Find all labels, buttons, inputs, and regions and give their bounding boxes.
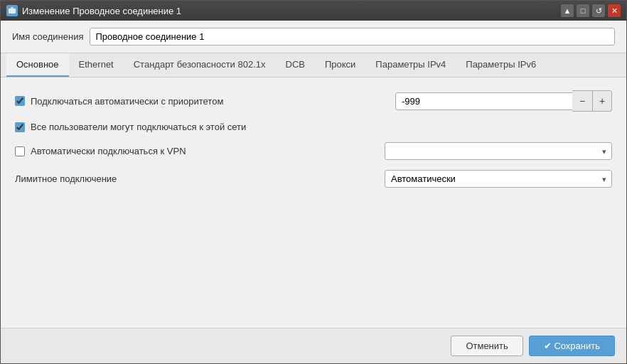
save-button[interactable]: ✔ Сохранить [529,336,615,356]
vpn-label: Автоматически подключаться к VPN [31,146,186,156]
footer: Отменить ✔ Сохранить [1,328,626,363]
metered-label: Лимитное подключение [15,173,117,184]
metered-row: Лимитное подключение Автоматически Да Не… [15,170,612,188]
tab-ipv6[interactable]: Параметры IPv6 [456,53,546,77]
priority-decrease-button[interactable]: − [572,90,592,112]
vpn-dropdown[interactable] [385,142,612,160]
allusers-label: Все пользователи могут подключаться к эт… [31,122,246,132]
metered-dropdown-wrapper: Автоматически Да Нет ▾ [385,170,612,188]
connection-name-label: Имя соединения [12,31,84,42]
autoconnect-right: − + [395,90,612,112]
priority-increase-button[interactable]: + [592,90,612,112]
vpn-row: Автоматически подключаться к VPN ▾ [15,142,612,160]
vpn-checkbox[interactable] [15,146,25,156]
tabs-bar: Основное Ethernet Стандарт безопасности … [1,53,626,77]
cancel-button[interactable]: Отменить [451,336,522,356]
tab-proxy[interactable]: Прокси [315,53,365,77]
tab-ethernet[interactable]: Ethernet [69,53,124,77]
tab-content-basic: Подключаться автоматически с приоритетом… [1,77,626,328]
window-minimize-button[interactable]: ▲ [561,4,574,17]
titlebar-left: Изменение Проводное соединение 1 [6,5,181,16]
tab-ipv4[interactable]: Параметры IPv4 [365,53,456,77]
autoconnect-label: Подключаться автоматически с приоритетом [31,96,223,107]
window-close-button[interactable]: ✕ [608,4,621,17]
allusers-checkbox[interactable] [15,122,25,132]
vpn-right: ▾ [385,142,612,160]
window-restore-button[interactable]: ↺ [592,4,605,17]
priority-input[interactable] [395,92,573,110]
window-maximize-button[interactable]: □ [577,4,589,17]
allusers-left: Все пользователи могут подключаться к эт… [15,122,246,132]
autoconnect-row: Подключаться автоматически с приоритетом… [15,90,612,112]
connection-name-row: Имя соединения [1,21,626,53]
svg-rect-0 [9,9,16,14]
window-controls: ▲ □ ↺ ✕ [561,4,621,17]
autoconnect-checkbox[interactable] [15,96,25,106]
svg-rect-1 [11,7,14,9]
main-window: Изменение Проводное соединение 1 ▲ □ ↺ ✕… [0,0,627,364]
tab-basic[interactable]: Основное [6,53,69,77]
app-icon [6,5,18,16]
connection-name-input[interactable] [90,28,616,46]
autoconnect-left: Подключаться автоматически с приоритетом [15,96,223,107]
window-title: Изменение Проводное соединение 1 [22,6,181,16]
tab-security[interactable]: Стандарт безопасности 802.1x [124,53,276,77]
titlebar: Изменение Проводное соединение 1 ▲ □ ↺ ✕ [1,1,626,21]
metered-right: Автоматически Да Нет ▾ [385,170,612,188]
metered-dropdown[interactable]: Автоматически Да Нет [385,170,612,188]
content-area: Имя соединения Основное Ethernet Стандар… [1,21,626,328]
tab-dcb[interactable]: DCB [276,53,315,77]
metered-left: Лимитное подключение [15,173,117,184]
vpn-dropdown-wrapper: ▾ [385,142,612,160]
allusers-row: Все пользователи могут подключаться к эт… [15,122,612,132]
vpn-left: Автоматически подключаться к VPN [15,146,186,156]
